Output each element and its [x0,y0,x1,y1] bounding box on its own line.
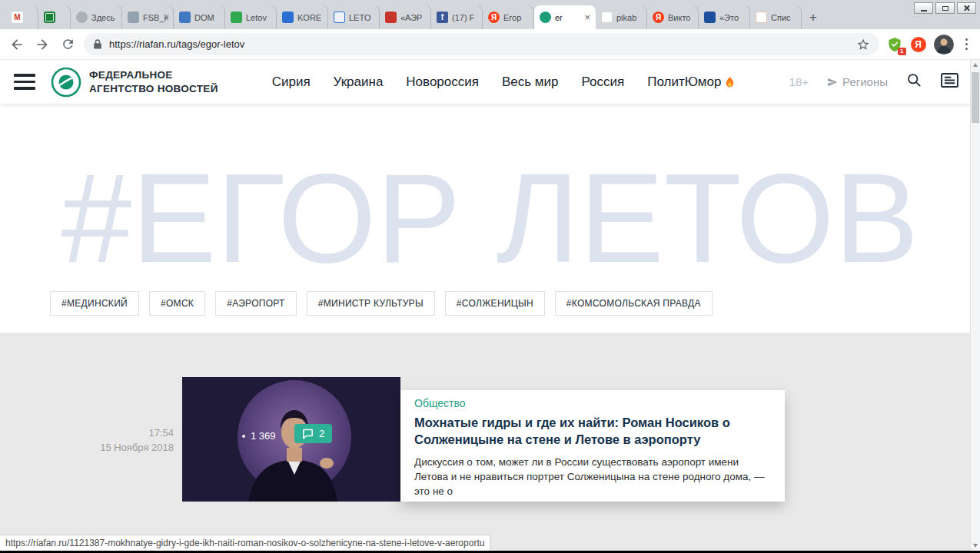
green-favicon [231,12,242,23]
newspaper-icon [941,73,958,88]
tab-dom[interactable]: DOM [174,5,225,29]
tab-yandex-egor[interactable]: Я Егор [483,5,534,29]
tab-letov[interactable]: Letov [225,5,277,29]
portrait-image [182,377,400,502]
tab-riafan-active[interactable]: er × [534,5,596,29]
views-count: 1 369 [251,430,276,442]
reload-icon [61,37,75,51]
tag-komsomolskaya-pravda[interactable]: #КОМСОМОЛЬСКАЯ ПРАВДА [555,291,713,316]
tab-facebook[interactable]: f (17) F [431,5,483,29]
tab-label: «АЭР [400,13,426,22]
tab-label: Викто [668,13,693,22]
site-header: ФЕДЕРАЛЬНОЕ АГЕНТСТВО НОВОСТЕЙ Сирия Укр… [0,60,980,104]
tab-aer[interactable]: «АЭР [380,5,431,29]
address-bar[interactable]: https://riafan.ru/tags/egor-letov [84,33,879,55]
document-favicon [128,12,139,23]
article-date: 15 Ноября 2018 [0,441,174,455]
padlock-icon [93,38,102,50]
tab-gmail[interactable]: M [6,5,38,29]
forward-button[interactable] [33,35,51,54]
scroll-down-arrow[interactable] [971,541,980,551]
tab-fsb-k[interactable]: FSB_K [122,5,174,29]
comments-badge[interactable]: 2 [294,424,332,443]
search-icon [906,72,922,88]
yandex-icon: Я [653,12,664,23]
tab-spis[interactable]: Спис [750,5,802,29]
tab-yandex-vikto[interactable]: Я Викто [647,5,699,29]
back-icon [9,37,25,52]
hamburger-menu-icon[interactable] [14,74,35,90]
tab-label: Letov [246,13,271,22]
browser-window: M Здесь FSB_K DOM Letov KORE LE [0,0,980,553]
list-favicon [756,12,767,23]
bookmark-star-icon[interactable] [856,38,870,51]
regions-button[interactable]: Регионы [827,75,888,88]
tab-zdes[interactable]: Здесь [71,5,122,29]
article-time: 17:54 [0,426,174,441]
blue-favicon [282,12,294,23]
avatar-image [934,35,954,55]
browser-menu-icon[interactable] [961,38,973,51]
back-button[interactable] [8,35,26,54]
scrollbar-thumb[interactable] [972,72,979,123]
article-card[interactable]: Общество Мохнатые гидры и где их найти: … [400,390,785,502]
tab-eto[interactable]: «Это [699,5,750,29]
tag-ministr-kultury[interactable]: #МИНИСТР КУЛЬТУРЫ [307,291,435,316]
tab-leto[interactable]: LETO [328,5,380,29]
article-title[interactable]: Мохнатые гидры и где их найти: Роман Нос… [414,415,771,449]
site-logo-text: ФЕДЕРАЛЬНОЕ АГЕНТСТВО НОВОСТЕЙ [89,68,218,95]
tab-label: DOM [194,13,220,22]
main-navigation: Сирия Украина Новороссия Весь мир Россия… [272,75,736,90]
nav-ukraina[interactable]: Украина [334,75,384,90]
scroll-up-arrow[interactable] [971,60,980,70]
views-counter: 1 369 [242,430,276,442]
new-tab-button[interactable]: + [802,5,825,29]
news-feed-button[interactable] [941,73,958,91]
red-favicon [385,12,397,23]
profile-avatar[interactable] [934,35,954,55]
tab-sheets[interactable] [38,5,71,29]
nav-ves-mir[interactable]: Весь мир [502,75,559,90]
close-button[interactable] [957,2,976,14]
outlined-favicon [334,12,345,23]
tag-aeroport[interactable]: #АЭРОПОРТ [215,291,297,316]
tab-pikabu[interactable]: pikab [596,5,647,29]
article-timestamp: 17:54 15 Ноября 2018 [0,426,174,455]
blue-favicon [704,12,716,23]
tag-omsk[interactable]: #ОМСК [149,291,205,316]
age-badge: 18+ [789,75,809,88]
page-scrollbar[interactable] [970,60,980,551]
yandex-extension-icon[interactable]: Я [910,36,927,53]
minimize-icon [921,10,927,12]
tab-label: «Это [719,13,745,22]
avatar-favicon [76,12,88,23]
nav-novorossiya[interactable]: Новороссия [406,75,479,90]
maximize-button[interactable] [935,2,955,14]
pikabu-icon [601,12,613,23]
url-text[interactable]: https://riafan.ru/tags/egor-letov [109,38,849,50]
nav-siriya[interactable]: Сирия [272,75,311,90]
search-button[interactable] [906,72,922,91]
reload-button[interactable] [58,35,77,54]
tag-solzhenicyn[interactable]: #СОЛЖЕНИЦЫН [445,291,545,316]
forward-icon [35,37,50,52]
minimize-button[interactable] [914,2,933,14]
tab-kore[interactable]: KORE [277,5,328,29]
tab-close-icon[interactable]: × [584,12,590,22]
tag-medinskiy[interactable]: #МЕДИНСКИЙ [50,291,139,316]
nav-rossiya[interactable]: Россия [582,75,625,90]
yandex-icon: Я [488,12,500,23]
nav-politumor[interactable]: ПолитЮмор [647,75,735,90]
facebook-icon: f [437,12,448,23]
comment-bubble-icon [302,429,314,439]
blue-favicon [179,12,191,23]
adblock-extension-icon[interactable]: 1 [886,36,903,53]
tag-watermark: #ЕГОР ЛЕТОВ [61,146,919,291]
views-dot-icon [242,435,245,438]
article-thumbnail[interactable]: 1 369 2 [182,377,400,502]
address-toolbar: https://riafan.ru/tags/egor-letov 1 Я [0,29,980,60]
tab-label: (17) F [452,13,477,22]
site-logo[interactable]: ФЕДЕРАЛЬНОЕ АГЕНТСТВО НОВОСТЕЙ [51,67,218,98]
article-category[interactable]: Общество [414,397,771,409]
flame-icon [725,76,735,88]
